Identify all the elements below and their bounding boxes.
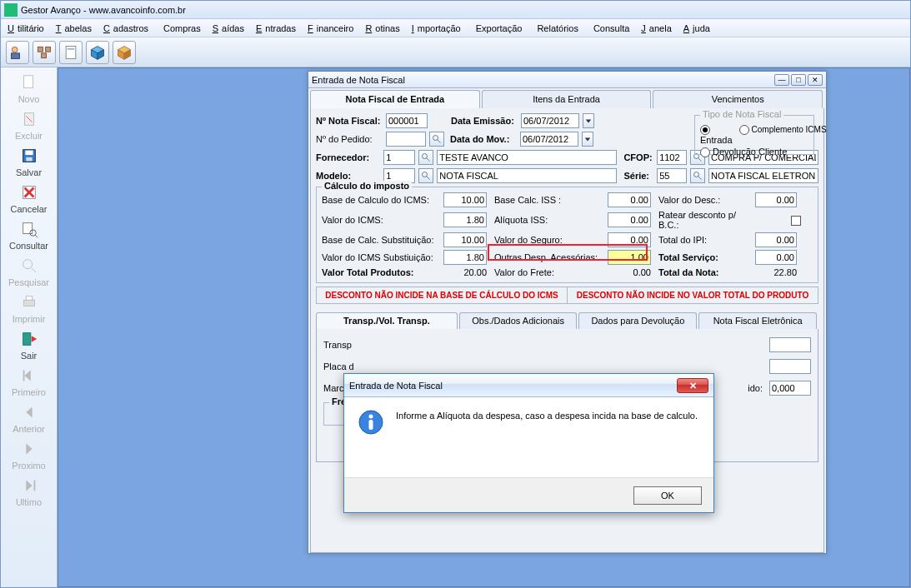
lt-anterior[interactable]: Anterior [4, 402, 54, 434]
lt-proximo[interactable]: Proximo [4, 439, 54, 471]
radio-devolucao[interactable]: Devolução Cliente [700, 147, 787, 157]
form-titlebar[interactable]: Entrada de Nota Fiscal — □ ✕ [308, 72, 826, 88]
subtab-devolucao[interactable]: Dados para Devolução [578, 312, 697, 329]
tb-btn-org-icon[interactable] [33, 41, 56, 64]
lt-ultimo[interactable]: Ultimo [4, 476, 54, 507]
lt-excluir[interactable]: Excluir [4, 109, 54, 141]
mov-input[interactable] [520, 132, 578, 147]
menu-ajuda[interactable]: Ajuda [680, 22, 717, 35]
svg-point-25 [23, 260, 32, 269]
nota-fiscal-label: Nº Nota Fiscal: [316, 116, 383, 126]
left-toolbar: Novo Excluir Salvar Cancelar Consultar P… [1, 67, 58, 587]
serie-cod-input[interactable] [657, 168, 687, 183]
serv-input[interactable] [755, 250, 797, 265]
menu-importacao[interactable]: Importação [408, 22, 468, 35]
printer-icon [19, 292, 39, 312]
mov-dropdown-icon[interactable] [582, 132, 593, 147]
pedido-input[interactable] [386, 132, 426, 147]
lt-pesquisar[interactable]: Pesquisar [4, 256, 54, 287]
svg-line-48 [698, 177, 702, 180]
placa-right-input[interactable] [769, 359, 811, 374]
svg-rect-4 [42, 52, 47, 57]
menu-cadastros[interactable]: Cadastros [100, 22, 155, 35]
base-sub-input[interactable] [443, 232, 487, 247]
tb-btn-document-icon[interactable] [59, 41, 83, 64]
form-max-button[interactable]: □ [791, 74, 806, 86]
serie-lookup[interactable] [690, 168, 705, 183]
lt-sair[interactable]: Sair [4, 329, 54, 361]
aliq-iss-input[interactable] [608, 212, 651, 227]
serie-nome-input[interactable] [708, 168, 818, 183]
desconto-banner: DESCONTO NÃO INCIDE NA BASE DE CÁLCULO D… [316, 287, 818, 304]
lt-salvar[interactable]: Salvar [4, 146, 54, 177]
subtab-obs[interactable]: Obs./Dados Adicionais [459, 312, 578, 329]
menu-saidas[interactable]: Saídas [209, 22, 251, 35]
menu-compras[interactable]: Compras [157, 22, 208, 35]
modal-ok-button[interactable]: OK [633, 486, 702, 505]
liquido-input[interactable] [769, 381, 811, 396]
fornecedor-nome-input[interactable] [437, 150, 617, 165]
ratear-checkbox[interactable] [755, 214, 801, 225]
tipo-nf-group-title: Tipo de Nota Fiscal [700, 109, 783, 119]
base-iss-input[interactable] [608, 192, 651, 207]
emissao-dropdown-icon[interactable] [583, 113, 594, 128]
menu-consulta[interactable]: Consulta [587, 22, 636, 35]
outras-highlight [488, 244, 648, 261]
lt-cancelar[interactable]: Cancelar [4, 182, 54, 214]
svg-rect-2 [38, 47, 43, 52]
menu-exportacao[interactable]: Exportação [469, 22, 529, 35]
base-sub-label: Base de Calc. Substituição: [322, 235, 438, 245]
lt-consultar[interactable]: Consultar [4, 219, 54, 251]
total-prod-label: Valor Total Produtos: [322, 267, 438, 277]
modelo-nome-input[interactable] [437, 168, 617, 183]
subtab-nfe[interactable]: Nota Fiscal Eletrônica [698, 312, 817, 329]
modal-dialog: Entrada de Nota Fiscal ✕ Informe a Alíqu… [343, 373, 714, 513]
cfop-cod-input[interactable] [657, 150, 687, 165]
form-title-text: Entrada de Nota Fiscal [312, 75, 405, 85]
last-icon [19, 476, 39, 496]
subtab-transp[interactable]: Transp./Vol. Transp. [316, 312, 458, 329]
form-close-button[interactable]: ✕ [808, 74, 823, 86]
tb-btn-user1-icon[interactable] [6, 41, 29, 64]
svg-rect-28 [26, 296, 32, 301]
menu-rotinas[interactable]: Rotinas [362, 22, 406, 35]
tab-nota-fiscal[interactable]: Nota Fiscal de Entrada [310, 90, 480, 108]
modal-titlebar[interactable]: Entrada de Nota Fiscal ✕ [344, 374, 713, 397]
menu-financeiro[interactable]: Financeiro [304, 22, 360, 35]
ipi-input[interactable] [755, 232, 797, 247]
tb-btn-cube1-icon[interactable] [86, 41, 109, 64]
base-icms-input[interactable] [443, 192, 487, 207]
menu-tabelas[interactable]: Tabelas [53, 22, 98, 35]
modal-close-button[interactable]: ✕ [677, 378, 708, 393]
svg-marker-30 [31, 336, 36, 341]
fornecedor-cod-input[interactable] [383, 150, 415, 165]
svg-marker-35 [26, 481, 32, 491]
menu-utilitario[interactable]: Utilitário [4, 22, 51, 35]
fornecedor-lookup[interactable] [418, 150, 433, 165]
menu-entradas[interactable]: Entradas [253, 22, 303, 35]
radio-complemento[interactable]: Complemento ICMS [739, 124, 827, 145]
form-min-button[interactable]: — [774, 74, 789, 86]
valor-icms-input[interactable] [443, 212, 487, 227]
modal-title-text: Entrada de Nota Fiscal [349, 381, 443, 391]
desc-input[interactable] [755, 192, 797, 207]
menu-relatorios[interactable]: Relatórios [530, 22, 585, 35]
lt-primeiro[interactable]: Primeiro [4, 366, 54, 397]
cancel-icon [19, 182, 39, 202]
tab-itens[interactable]: Itens da Entrada [482, 90, 652, 108]
modelo-lookup[interactable] [418, 168, 433, 183]
pedido-label: Nº do Pedido: [316, 134, 383, 144]
radio-entrada[interactable]: Entrada [700, 124, 733, 145]
pedido-lookup[interactable] [429, 132, 444, 147]
valor-sub-input[interactable] [443, 250, 487, 265]
lt-imprimir[interactable]: Imprimir [4, 292, 54, 324]
serv-label: Total Serviço: [658, 252, 750, 262]
nota-fiscal-input[interactable] [386, 113, 428, 128]
tab-vencimentos[interactable]: Vencimentos [653, 90, 823, 108]
transp-right-input[interactable] [769, 337, 811, 352]
menu-janela[interactable]: Janela [638, 22, 678, 35]
emissao-input[interactable] [521, 113, 579, 128]
tb-btn-cube2-icon[interactable] [113, 41, 136, 64]
menu-bar[interactable]: Utilitário Tabelas Cadastros Compras Saí… [1, 19, 910, 37]
lt-novo[interactable]: Novo [4, 72, 54, 104]
